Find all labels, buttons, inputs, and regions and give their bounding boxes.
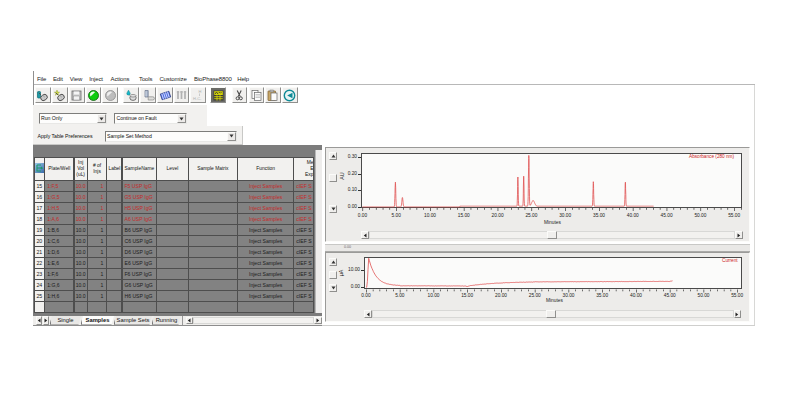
- svg-text:H-C-: H-C-: [193, 96, 202, 101]
- svg-text:H: H: [199, 89, 202, 94]
